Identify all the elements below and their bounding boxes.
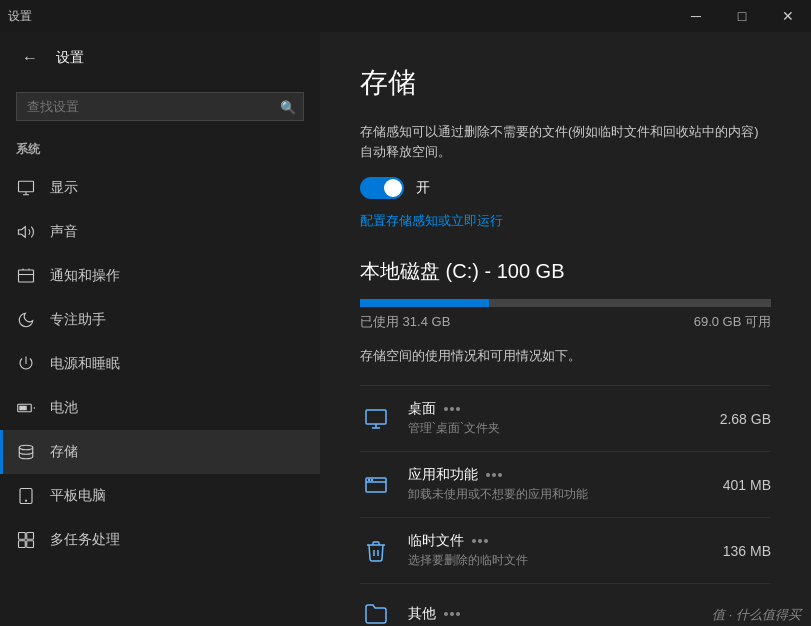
sidebar-item-focus-label: 专注助手 [50,311,106,329]
desktop-icon [360,403,392,435]
svg-rect-12 [366,410,386,424]
storage-item-apps[interactable]: 应用和功能 卸载未使用或不想要的应用和功能 401 MB [360,451,771,517]
sidebar-item-notifications[interactable]: 通知和操作 [0,254,320,298]
storage-item-apps-size: 401 MB [723,477,771,493]
sidebar-item-sound-label: 声音 [50,223,78,241]
svg-point-5 [19,445,33,450]
other-icon [360,598,392,626]
svg-rect-8 [19,533,26,540]
storage-item-temp-info: 临时文件 选择要删除的临时文件 [408,532,707,569]
toggle-row: 开 [360,177,771,199]
watermark-text: 值 · [712,607,736,622]
sidebar-item-power-label: 电源和睡眠 [50,355,120,373]
sidebar-item-multitask[interactable]: 多任务处理 [0,518,320,562]
maximize-button[interactable]: □ [719,0,765,32]
storage-item-desktop-info: 桌面 管理`桌面`文件夹 [408,400,704,437]
loading-dots-other [444,612,460,616]
svg-marker-1 [19,227,26,238]
sidebar-app-title: 设置 [56,49,84,67]
storage-icon [16,442,36,462]
sidebar-item-multitask-label: 多任务处理 [50,531,120,549]
title-bar: 设置 ─ □ ✕ [0,0,811,32]
toggle-label: 开 [416,179,430,197]
page-title: 存储 [360,64,771,102]
sidebar-item-battery-label: 电池 [50,399,78,417]
title-bar-title: 设置 [8,8,32,25]
storage-item-desktop-name: 桌面 [408,400,436,418]
sidebar-item-storage-label: 存储 [50,443,78,461]
loading-dots-desktop [444,407,460,411]
sound-icon [16,222,36,242]
storage-item-temp-size: 136 MB [723,543,771,559]
disk-info-row: 已使用 31.4 GB 69.0 GB 可用 [360,313,771,331]
apps-icon [360,469,392,501]
storage-item-apps-info: 应用和功能 卸载未使用或不想要的应用和功能 [408,466,707,503]
storage-item-other-info: 其他 [408,605,755,623]
svg-point-15 [369,479,370,480]
storage-item-other[interactable]: 其他 [360,583,771,626]
storage-item-temp-sub: 选择要删除的临时文件 [408,552,707,569]
battery-icon [16,398,36,418]
disk-bar-fill [360,299,489,307]
tablet-icon [16,486,36,506]
back-button[interactable]: ← [16,44,44,72]
disk-used: 已使用 31.4 GB [360,313,450,331]
power-icon [16,354,36,374]
sidebar-item-tablet-label: 平板电脑 [50,487,106,505]
storage-item-other-name: 其他 [408,605,436,623]
watermark-label: 什么值得买 [736,607,801,622]
disk-title: 本地磁盘 (C:) - 100 GB [360,258,771,285]
storage-note: 存储空间的使用情况和可用情况如下。 [360,347,771,365]
sidebar-search: 🔍 [16,92,304,121]
sidebar-section-label: 系统 [0,137,320,166]
sidebar-item-notifications-label: 通知和操作 [50,267,120,285]
svg-rect-11 [27,541,34,548]
storage-item-apps-name: 应用和功能 [408,466,478,484]
storage-item-apps-sub: 卸载未使用或不想要的应用和功能 [408,486,707,503]
sidebar: ← 设置 🔍 系统 显示 声音 通知和操作 [0,32,320,626]
watermark: 值 · 什么值得买 [712,606,801,624]
svg-rect-0 [19,181,34,192]
sidebar-item-tablet[interactable]: 平板电脑 [0,474,320,518]
svg-rect-2 [19,270,34,282]
sidebar-header: ← 设置 [0,32,320,84]
sidebar-item-display-label: 显示 [50,179,78,197]
search-icon: 🔍 [280,99,296,114]
minimize-button[interactable]: ─ [673,0,719,32]
display-icon [16,178,36,198]
loading-dots-temp [472,539,488,543]
sidebar-item-focus[interactable]: 专注助手 [0,298,320,342]
svg-point-16 [372,479,373,480]
main-layout: ← 设置 🔍 系统 显示 声音 通知和操作 [0,32,811,626]
notifications-icon [16,266,36,286]
config-link[interactable]: 配置存储感知或立即运行 [360,212,503,230]
sidebar-item-power[interactable]: 电源和睡眠 [0,342,320,386]
storage-item-desktop[interactable]: 桌面 管理`桌面`文件夹 2.68 GB [360,385,771,451]
search-input[interactable] [16,92,304,121]
sidebar-item-storage[interactable]: 存储 [0,430,320,474]
close-button[interactable]: ✕ [765,0,811,32]
title-bar-controls: ─ □ ✕ [673,0,811,32]
storage-item-desktop-sub: 管理`桌面`文件夹 [408,420,704,437]
storage-sense-toggle[interactable] [360,177,404,199]
storage-item-temp-name: 临时文件 [408,532,464,550]
content-area: 存储 存储感知可以通过删除不需要的文件(例如临时文件和回收站中的内容)自动释放空… [320,32,811,626]
sidebar-item-battery[interactable]: 电池 [0,386,320,430]
focus-icon [16,310,36,330]
temp-icon [360,535,392,567]
multitask-icon [16,530,36,550]
svg-rect-4 [19,406,27,411]
svg-rect-9 [27,533,34,540]
storage-sense-description: 存储感知可以通过删除不需要的文件(例如临时文件和回收站中的内容)自动释放空间。 [360,122,771,161]
disk-free: 69.0 GB 可用 [694,313,771,331]
storage-item-temp[interactable]: 临时文件 选择要删除的临时文件 136 MB [360,517,771,583]
svg-rect-10 [19,541,26,548]
loading-dots-apps [486,473,502,477]
sidebar-item-sound[interactable]: 声音 [0,210,320,254]
disk-bar-container [360,299,771,307]
sidebar-item-display[interactable]: 显示 [0,166,320,210]
storage-item-desktop-size: 2.68 GB [720,411,771,427]
